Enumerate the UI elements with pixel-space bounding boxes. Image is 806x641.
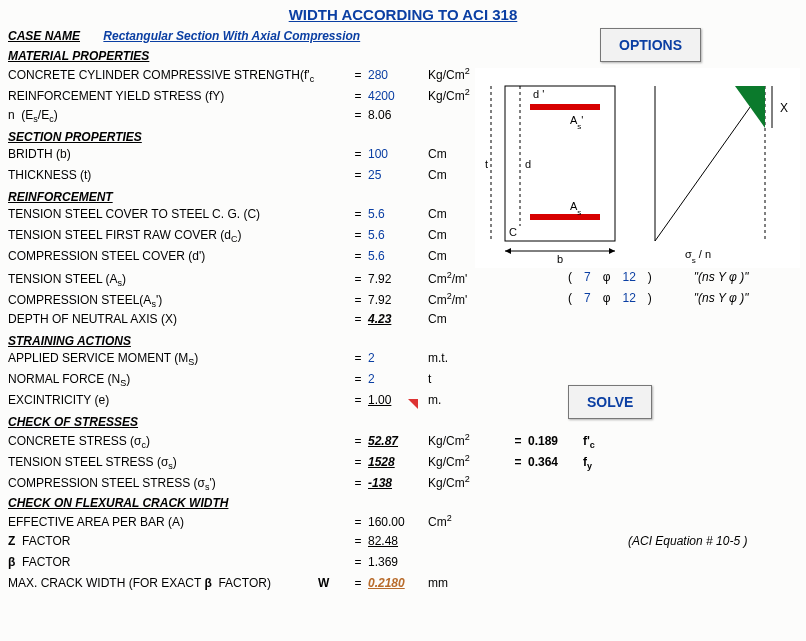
equals: =	[348, 272, 368, 286]
ns-label: NORMAL FORCE (NS)	[8, 372, 348, 388]
diagram-t-label: t	[485, 158, 488, 170]
equals: =	[348, 89, 368, 103]
fc-value[interactable]: 280	[368, 68, 428, 82]
dc-label: TENSION STEEL FIRST RAW COVER (dC)	[8, 228, 348, 244]
as-phi-note: "(ns Y φ )"	[694, 270, 749, 284]
svg-line-9	[655, 86, 765, 241]
asp-value: 7.92	[368, 293, 428, 307]
diagram-d-label: d	[525, 158, 531, 170]
sigc-sym: f'c	[583, 434, 613, 450]
ms-label: APPLIED SERVICE MOMENT (MS)	[8, 351, 348, 367]
phi-icon: φ	[603, 270, 611, 284]
beta-factor-label: β FACTOR	[8, 555, 348, 569]
ms-value[interactable]: 2	[368, 351, 428, 365]
bridth-label: BRIDTH (b)	[8, 147, 348, 161]
equals: =	[348, 147, 368, 161]
as-bar-count[interactable]: 7	[584, 270, 591, 284]
sigsp-unit: Kg/Cm2	[428, 474, 508, 490]
equals: =	[508, 434, 528, 448]
equals: =	[348, 434, 368, 448]
tension-cover-label: TENSION STEEL COVER TO STEEL C. G. (C)	[8, 207, 348, 221]
equals: =	[508, 455, 528, 469]
svg-rect-3	[530, 104, 600, 110]
max-crack-width-label: MAX. CRACK WIDTH (FOR EXACT β FACTOR)	[8, 576, 318, 590]
w-symbol: W	[318, 576, 348, 590]
diagram-b-label: b	[557, 253, 563, 265]
dc-value[interactable]: 5.6	[368, 228, 428, 242]
sigs-sym: fy	[583, 455, 613, 471]
page-title: WIDTH ACCORDING TO ACI 318	[8, 4, 798, 25]
equals: =	[348, 393, 368, 407]
equals: =	[348, 534, 368, 548]
equals: =	[348, 576, 368, 590]
equals: =	[348, 351, 368, 365]
asp-label: COMPRESSION STEEL(As')	[8, 293, 348, 309]
equals: =	[348, 372, 368, 386]
fy-label: REINFORCEMENT YIELD STRESS (fY)	[8, 89, 348, 103]
ns-value[interactable]: 2	[368, 372, 428, 386]
area-value: 160.00	[368, 515, 428, 529]
dprime-value[interactable]: 5.6	[368, 249, 428, 263]
diagram-asprime-label: As'	[570, 114, 583, 131]
asp-unit: Cm2/m'	[428, 291, 508, 307]
options-button[interactable]: OPTIONS	[600, 28, 701, 62]
sigs-value: 1528	[368, 455, 428, 469]
excintricity-value: 1.00	[368, 393, 428, 407]
ns-unit: t	[428, 372, 508, 386]
sigc-label: CONCRETE STRESS (σc)	[8, 434, 348, 450]
equals: =	[348, 249, 368, 263]
neutral-axis-value: 4.23	[368, 312, 428, 326]
equals: =	[348, 476, 368, 490]
sigsp-value: -138	[368, 476, 428, 490]
asp-phi-note: "(ns Y φ )"	[694, 291, 749, 305]
excintricity-label: EXCINTRICITY (e)	[8, 393, 348, 407]
sigs-unit: Kg/Cm2	[428, 453, 508, 469]
sigs-label: TENSION STEEL STRESS (σs)	[8, 455, 348, 471]
cell-comment-icon[interactable]	[408, 399, 418, 409]
dprime-label: COMPRESSION STEEL COVER (d')	[8, 249, 348, 263]
section-diagram: t d d ' As' As C b X σs / n	[475, 68, 800, 268]
thickness-label: THICKNESS (t)	[8, 168, 348, 182]
diagram-x-label: X	[780, 101, 788, 115]
equals: =	[348, 555, 368, 569]
area-unit: Cm2	[428, 513, 508, 529]
section-check-stresses: CHECK OF STRESSES	[8, 413, 798, 431]
neutral-axis-unit: Cm	[428, 312, 508, 326]
phi-icon: φ	[603, 291, 611, 305]
equals: =	[348, 455, 368, 469]
asp-bar-dia[interactable]: 12	[622, 291, 635, 305]
sigsp-label: COMPRESSION STEEL STRESS (σs')	[8, 476, 348, 492]
ms-unit: m.t.	[428, 351, 508, 365]
z-factor-value: 82.48	[368, 534, 428, 548]
asp-bar-count[interactable]: 7	[584, 291, 591, 305]
thickness-value[interactable]: 25	[368, 168, 428, 182]
svg-rect-4	[530, 214, 600, 220]
section-crack-width: CHECK ON FLEXURAL CRACK WIDTH	[8, 494, 798, 512]
diagram-dprime-label: d '	[533, 88, 544, 100]
tension-cover-value[interactable]: 5.6	[368, 207, 428, 221]
aci-equation-note: (ACI Equation # 10-5 )	[628, 534, 747, 548]
equals: =	[348, 68, 368, 82]
beta-factor-value: 1.369	[368, 555, 428, 569]
equals: =	[348, 207, 368, 221]
as-bar-dia[interactable]: 12	[622, 270, 635, 284]
sigc-unit: Kg/Cm2	[428, 432, 508, 448]
n-label: n (Es/Ec)	[8, 108, 348, 124]
sigs-ratio: 0.364	[528, 455, 583, 469]
as-label: TENSION STEEL (As)	[8, 272, 348, 288]
as-phi-block: ( 7 φ 12 ) "(ns Y φ )"	[568, 270, 748, 284]
fy-value[interactable]: 4200	[368, 89, 428, 103]
equals: =	[348, 293, 368, 307]
fc-label: CONCRETE CYLINDER COMPRESSIVE STRENGTH(f…	[8, 68, 348, 84]
asp-phi-block: ( 7 φ 12 ) "(ns Y φ )"	[568, 291, 748, 305]
bridth-value[interactable]: 100	[368, 147, 428, 161]
solve-button[interactable]: SOLVE	[568, 385, 652, 419]
excintricity-unit: m.	[428, 393, 508, 407]
case-name-label: CASE NAME	[8, 29, 80, 43]
area-label: EFFECTIVE AREA PER BAR (A)	[8, 515, 348, 529]
equals: =	[348, 515, 368, 529]
as-value: 7.92	[368, 272, 428, 286]
case-name-value: Rectangular Section With Axial Compressi…	[103, 29, 360, 43]
equals: =	[348, 168, 368, 182]
equals: =	[348, 312, 368, 326]
